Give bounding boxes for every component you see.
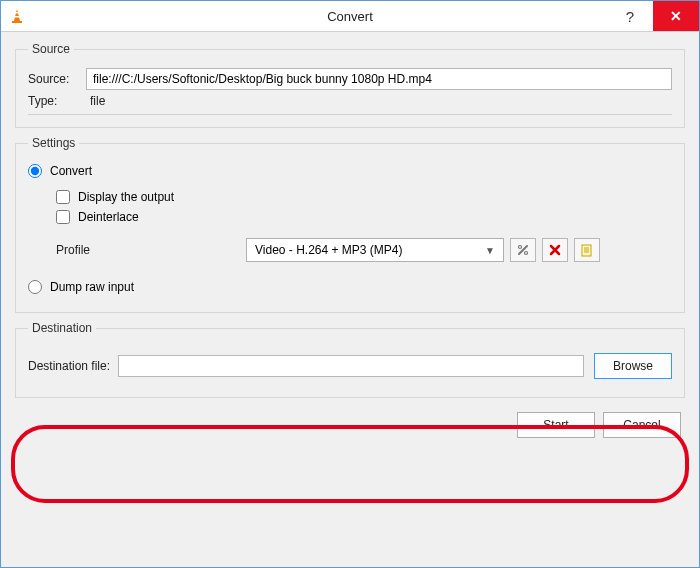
- dialog-footer: Start Cancel: [15, 406, 685, 438]
- dump-raw-radio[interactable]: [28, 280, 42, 294]
- deinterlace-checkbox[interactable]: [56, 210, 70, 224]
- dialog-body: Source Source: Type: file Settings Conve…: [1, 32, 699, 567]
- dump-raw-radio-row[interactable]: Dump raw input: [28, 280, 672, 294]
- new-profile-button[interactable]: [574, 238, 600, 262]
- wrench-icon: [516, 243, 530, 257]
- destination-file-label: Destination file:: [28, 359, 110, 373]
- close-button[interactable]: ✕: [653, 1, 699, 31]
- profile-label: Profile: [56, 243, 246, 257]
- chevron-down-icon: ▼: [485, 245, 495, 256]
- display-output-row[interactable]: Display the output: [56, 190, 672, 204]
- delete-x-icon: [548, 243, 562, 257]
- source-group: Source Source: Type: file: [15, 42, 685, 128]
- type-value: file: [86, 94, 105, 108]
- convert-dialog-window: Convert ? ✕ Source Source: Type: file Se…: [0, 0, 700, 568]
- svg-rect-1: [15, 12, 19, 14]
- deinterlace-label: Deinterlace: [78, 210, 139, 224]
- cancel-button[interactable]: Cancel: [603, 412, 681, 438]
- profile-row: Profile Video - H.264 + MP3 (MP4) ▼: [28, 238, 672, 262]
- new-profile-icon: [580, 243, 594, 257]
- start-button[interactable]: Start: [517, 412, 595, 438]
- edit-profile-button[interactable]: [510, 238, 536, 262]
- svg-rect-2: [14, 16, 19, 18]
- destination-file-input[interactable]: [118, 355, 584, 377]
- destination-legend: Destination: [28, 321, 96, 335]
- convert-radio-row[interactable]: Convert: [28, 164, 672, 178]
- dump-raw-label: Dump raw input: [50, 280, 134, 294]
- profile-select-value: Video - H.264 + MP3 (MP4): [255, 243, 403, 257]
- convert-radio[interactable]: [28, 164, 42, 178]
- source-legend: Source: [28, 42, 74, 56]
- type-label: Type:: [28, 94, 86, 108]
- browse-button[interactable]: Browse: [594, 353, 672, 379]
- convert-radio-label: Convert: [50, 164, 92, 178]
- titlebar: Convert ? ✕: [1, 1, 699, 32]
- display-output-label: Display the output: [78, 190, 174, 204]
- svg-rect-3: [12, 21, 22, 23]
- settings-legend: Settings: [28, 136, 79, 150]
- source-label: Source:: [28, 72, 86, 86]
- svg-marker-0: [14, 9, 20, 21]
- profile-select[interactable]: Video - H.264 + MP3 (MP4) ▼: [246, 238, 504, 262]
- delete-profile-button[interactable]: [542, 238, 568, 262]
- destination-group: Destination Destination file: Browse: [15, 321, 685, 398]
- svg-point-4: [519, 246, 522, 249]
- svg-point-5: [525, 252, 528, 255]
- display-output-checkbox[interactable]: [56, 190, 70, 204]
- window-title: Convert: [1, 9, 699, 24]
- vlc-cone-icon: [7, 6, 27, 26]
- source-divider: [28, 114, 672, 115]
- settings-group: Settings Convert Display the output Dein…: [15, 136, 685, 313]
- source-input[interactable]: [86, 68, 672, 90]
- deinterlace-row[interactable]: Deinterlace: [56, 210, 672, 224]
- help-button[interactable]: ?: [607, 1, 653, 31]
